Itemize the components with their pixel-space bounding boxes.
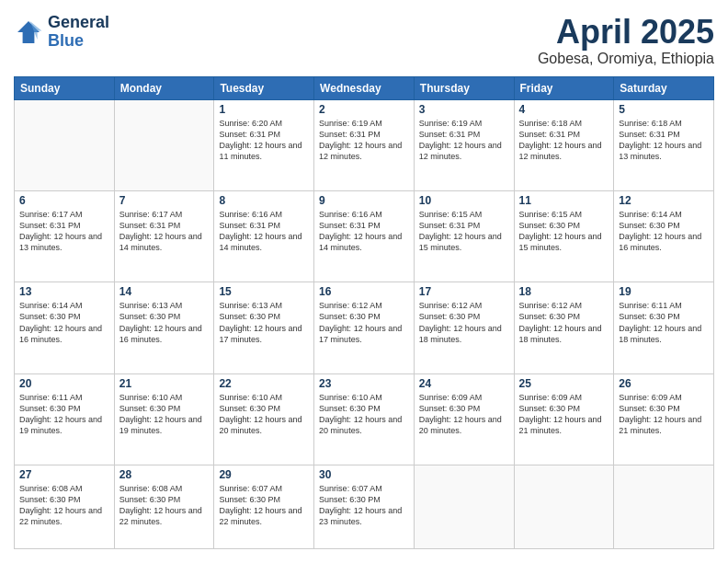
day-info: Sunrise: 6:19 AM Sunset: 6:31 PM Dayligh…: [319, 118, 409, 163]
day-number: 23: [319, 377, 409, 390]
day-number: 1: [219, 103, 309, 116]
day-info: Sunrise: 6:11 AM Sunset: 6:30 PM Dayligh…: [619, 300, 709, 345]
table-cell: [15, 99, 115, 190]
day-number: 3: [419, 103, 509, 116]
table-cell: 30Sunrise: 6:07 AM Sunset: 6:30 PM Dayli…: [314, 465, 415, 548]
day-info: Sunrise: 6:08 AM Sunset: 6:30 PM Dayligh…: [19, 483, 109, 528]
day-number: 12: [619, 194, 709, 207]
day-number: 16: [319, 285, 409, 298]
day-info: Sunrise: 6:16 AM Sunset: 6:31 PM Dayligh…: [319, 209, 409, 254]
day-number: 4: [519, 103, 609, 116]
day-number: 9: [319, 194, 409, 207]
table-cell: 2Sunrise: 6:19 AM Sunset: 6:31 PM Daylig…: [314, 99, 415, 190]
location-title: Gobesa, Oromiya, Ethiopia: [538, 51, 714, 67]
day-info: Sunrise: 6:18 AM Sunset: 6:31 PM Dayligh…: [519, 118, 609, 163]
col-sunday: Sunday: [15, 76, 115, 99]
day-info: Sunrise: 6:12 AM Sunset: 6:30 PM Dayligh…: [319, 300, 409, 345]
table-cell: [414, 465, 514, 548]
day-number: 15: [219, 285, 309, 298]
day-number: 14: [119, 285, 210, 298]
day-info: Sunrise: 6:08 AM Sunset: 6:30 PM Dayligh…: [119, 483, 210, 528]
table-cell: 18Sunrise: 6:12 AM Sunset: 6:30 PM Dayli…: [514, 282, 614, 373]
day-number: 2: [319, 103, 409, 116]
logo-text: General Blue: [48, 14, 109, 51]
table-cell: 28Sunrise: 6:08 AM Sunset: 6:30 PM Dayli…: [114, 465, 214, 548]
day-info: Sunrise: 6:10 AM Sunset: 6:30 PM Dayligh…: [219, 392, 309, 437]
month-title: April 2025: [538, 14, 714, 51]
day-info: Sunrise: 6:13 AM Sunset: 6:30 PM Dayligh…: [119, 300, 210, 345]
table-cell: 7Sunrise: 6:17 AM Sunset: 6:31 PM Daylig…: [114, 190, 214, 282]
table-cell: 24Sunrise: 6:09 AM Sunset: 6:30 PM Dayli…: [414, 373, 514, 465]
table-cell: 15Sunrise: 6:13 AM Sunset: 6:30 PM Dayli…: [214, 282, 314, 373]
day-number: 10: [419, 194, 509, 207]
table-cell: 19Sunrise: 6:11 AM Sunset: 6:30 PM Dayli…: [614, 282, 714, 373]
day-number: 21: [119, 377, 210, 390]
day-number: 11: [519, 194, 609, 207]
table-cell: 29Sunrise: 6:07 AM Sunset: 6:30 PM Dayli…: [214, 465, 314, 548]
day-number: 26: [619, 377, 709, 390]
day-number: 8: [219, 194, 309, 207]
day-info: Sunrise: 6:15 AM Sunset: 6:31 PM Dayligh…: [419, 209, 509, 254]
day-info: Sunrise: 6:07 AM Sunset: 6:30 PM Dayligh…: [219, 483, 309, 528]
title-area: April 2025 Gobesa, Oromiya, Ethiopia: [538, 14, 714, 67]
table-cell: 4Sunrise: 6:18 AM Sunset: 6:31 PM Daylig…: [514, 99, 614, 190]
table-cell: 12Sunrise: 6:14 AM Sunset: 6:30 PM Dayli…: [614, 190, 714, 282]
calendar-header-row: Sunday Monday Tuesday Wednesday Thursday…: [15, 76, 714, 99]
day-number: 27: [19, 468, 109, 481]
day-info: Sunrise: 6:17 AM Sunset: 6:31 PM Dayligh…: [119, 209, 210, 254]
table-cell: 23Sunrise: 6:10 AM Sunset: 6:30 PM Dayli…: [314, 373, 415, 465]
day-number: 7: [119, 194, 210, 207]
day-info: Sunrise: 6:11 AM Sunset: 6:30 PM Dayligh…: [19, 392, 109, 437]
table-cell: 9Sunrise: 6:16 AM Sunset: 6:31 PM Daylig…: [314, 190, 415, 282]
day-number: 17: [419, 285, 509, 298]
logo: General Blue: [14, 14, 109, 51]
day-number: 5: [619, 103, 709, 116]
col-monday: Monday: [114, 76, 214, 99]
day-number: 22: [219, 377, 309, 390]
day-info: Sunrise: 6:12 AM Sunset: 6:30 PM Dayligh…: [419, 300, 509, 345]
day-info: Sunrise: 6:20 AM Sunset: 6:31 PM Dayligh…: [219, 118, 309, 163]
table-cell: 13Sunrise: 6:14 AM Sunset: 6:30 PM Dayli…: [15, 282, 115, 373]
table-cell: 1Sunrise: 6:20 AM Sunset: 6:31 PM Daylig…: [214, 99, 314, 190]
day-info: Sunrise: 6:09 AM Sunset: 6:30 PM Dayligh…: [419, 392, 509, 437]
table-cell: 26Sunrise: 6:09 AM Sunset: 6:30 PM Dayli…: [614, 373, 714, 465]
day-number: 18: [519, 285, 609, 298]
table-cell: 8Sunrise: 6:16 AM Sunset: 6:31 PM Daylig…: [214, 190, 314, 282]
day-info: Sunrise: 6:16 AM Sunset: 6:31 PM Dayligh…: [219, 209, 309, 254]
day-info: Sunrise: 6:14 AM Sunset: 6:30 PM Dayligh…: [619, 209, 709, 254]
col-tuesday: Tuesday: [214, 76, 314, 99]
table-cell: 16Sunrise: 6:12 AM Sunset: 6:30 PM Dayli…: [314, 282, 415, 373]
table-cell: 14Sunrise: 6:13 AM Sunset: 6:30 PM Dayli…: [114, 282, 214, 373]
day-info: Sunrise: 6:10 AM Sunset: 6:30 PM Dayligh…: [119, 392, 210, 437]
day-number: 25: [519, 377, 609, 390]
day-info: Sunrise: 6:15 AM Sunset: 6:30 PM Dayligh…: [519, 209, 609, 254]
col-friday: Friday: [514, 76, 614, 99]
day-info: Sunrise: 6:17 AM Sunset: 6:31 PM Dayligh…: [19, 209, 109, 254]
table-cell: 10Sunrise: 6:15 AM Sunset: 6:31 PM Dayli…: [414, 190, 514, 282]
day-number: 29: [219, 468, 309, 481]
header: General Blue April 2025 Gobesa, Oromiya,…: [14, 14, 714, 67]
table-cell: 22Sunrise: 6:10 AM Sunset: 6:30 PM Dayli…: [214, 373, 314, 465]
day-info: Sunrise: 6:09 AM Sunset: 6:30 PM Dayligh…: [519, 392, 609, 437]
day-number: 20: [19, 377, 109, 390]
day-number: 30: [319, 468, 409, 481]
table-cell: [614, 465, 714, 548]
table-cell: 5Sunrise: 6:18 AM Sunset: 6:31 PM Daylig…: [614, 99, 714, 190]
day-info: Sunrise: 6:09 AM Sunset: 6:30 PM Dayligh…: [619, 392, 709, 437]
day-info: Sunrise: 6:19 AM Sunset: 6:31 PM Dayligh…: [419, 118, 509, 163]
table-cell: 11Sunrise: 6:15 AM Sunset: 6:30 PM Dayli…: [514, 190, 614, 282]
day-info: Sunrise: 6:07 AM Sunset: 6:30 PM Dayligh…: [319, 483, 409, 528]
col-saturday: Saturday: [614, 76, 714, 99]
col-thursday: Thursday: [414, 76, 514, 99]
day-number: 24: [419, 377, 509, 390]
calendar-table: Sunday Monday Tuesday Wednesday Thursday…: [14, 76, 714, 549]
day-info: Sunrise: 6:18 AM Sunset: 6:31 PM Dayligh…: [619, 118, 709, 163]
table-cell: 25Sunrise: 6:09 AM Sunset: 6:30 PM Dayli…: [514, 373, 614, 465]
table-cell: 6Sunrise: 6:17 AM Sunset: 6:31 PM Daylig…: [15, 190, 115, 282]
table-cell: 17Sunrise: 6:12 AM Sunset: 6:30 PM Dayli…: [414, 282, 514, 373]
table-cell: 21Sunrise: 6:10 AM Sunset: 6:30 PM Dayli…: [114, 373, 214, 465]
table-cell: [514, 465, 614, 548]
table-cell: 27Sunrise: 6:08 AM Sunset: 6:30 PM Dayli…: [15, 465, 115, 548]
table-cell: 3Sunrise: 6:19 AM Sunset: 6:31 PM Daylig…: [414, 99, 514, 190]
day-info: Sunrise: 6:14 AM Sunset: 6:30 PM Dayligh…: [19, 300, 109, 345]
